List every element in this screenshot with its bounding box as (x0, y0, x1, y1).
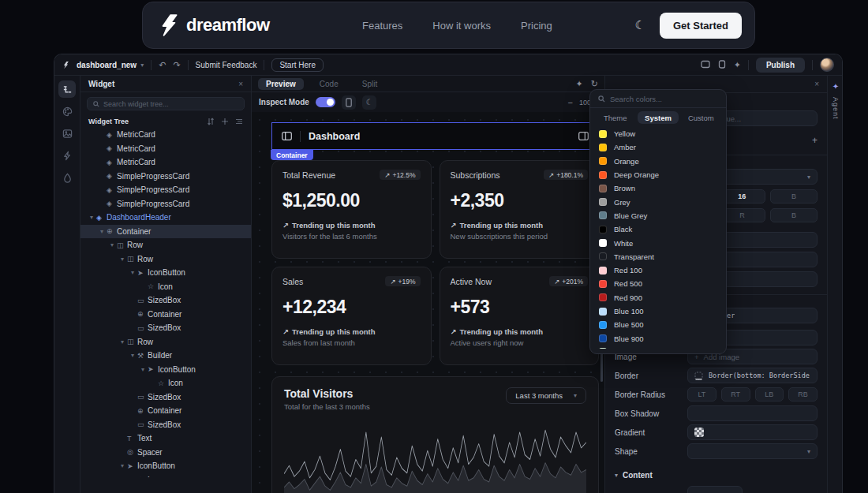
child-field[interactable] (687, 486, 743, 493)
tree-item[interactable]: ▾ ▭ SizedBox (80, 293, 251, 308)
tree-expand-chevron-icon[interactable]: ▾ (128, 269, 137, 276)
border-value-field[interactable]: Border(bottom: BorderSide (687, 368, 817, 383)
tree-item[interactable]: ▾ ◈ MetricCard (80, 128, 251, 142)
tree-expand-chevron-icon[interactable]: ▾ (138, 366, 148, 373)
tree-item[interactable]: ▾ ➤ IconButton (80, 266, 251, 280)
canvas-refresh-icon[interactable]: ↻ (591, 79, 598, 89)
metric-card[interactable]: Active Now ↗ +201% +573 ↗ Trending u (440, 267, 600, 365)
project-name-dropdown[interactable]: dashboard_new ▾ (77, 61, 144, 69)
tab-system[interactable]: System (638, 111, 678, 124)
content-section-header[interactable]: ▾ Content (615, 471, 817, 480)
tree-expand-chevron-icon[interactable]: ▾ (118, 338, 127, 345)
chart-range-dropdown[interactable]: Last 3 months ▾ (506, 387, 586, 404)
tree-item[interactable]: ▾ ◈ MetricCard (80, 142, 251, 156)
margin-bottom-input[interactable]: B (770, 208, 817, 222)
tree-item[interactable]: ▾ ▭ SizedBox (80, 390, 251, 405)
desktop-preview-icon[interactable] (701, 60, 710, 70)
publish-button[interactable]: Publish (756, 58, 805, 73)
expand-collapse-icon[interactable] (221, 118, 229, 125)
tab-code[interactable]: Code (312, 78, 346, 90)
tree-item[interactable]: ▾ ⚒ Builder (80, 349, 251, 363)
color-list-item[interactable]: Transparent (590, 250, 726, 263)
tree-item[interactable]: ▾ T Text (80, 431, 251, 446)
color-list-item[interactable]: Deep Orange (590, 168, 726, 181)
tree-item[interactable]: ▾ ➤ IconButton (80, 363, 251, 377)
color-list-item[interactable]: Yellow (590, 127, 726, 140)
tree-item[interactable]: ▾ ▭ SizedBox (80, 418, 251, 432)
tree-item[interactable]: ▾ ◫ Row (80, 238, 251, 252)
gradient-field[interactable] (687, 424, 817, 440)
zoom-out-icon[interactable]: − (568, 98, 573, 107)
widget-tree-search-input[interactable]: Search widget tree... (87, 97, 245, 110)
metric-card[interactable]: Subscriptions ↗ +180.1% +2,350 ↗ Tre (440, 160, 600, 259)
tree-item[interactable]: ▾ ▭ SizedBox (80, 321, 251, 335)
radius-rb-input[interactable]: RB (788, 387, 817, 401)
sidebar-toggle-icon[interactable] (282, 132, 292, 140)
color-list-item[interactable]: White (590, 236, 726, 249)
box-shadow-field[interactable] (687, 405, 817, 421)
tab-theme[interactable]: Theme (595, 111, 635, 124)
tree-item[interactable]: ▾ ☆ Icon (80, 280, 251, 294)
tree-item[interactable]: ▾ ◫ Row (80, 335, 251, 349)
tree-item[interactable]: ▾ ◈ SimpleProgressCard (80, 170, 251, 184)
tab-preview[interactable]: Preview (258, 78, 304, 90)
dark-mode-toggle-icon[interactable]: ☾ (634, 18, 645, 32)
color-list-item[interactable]: Amber (590, 140, 726, 154)
color-search-input[interactable]: Search colors... (590, 90, 726, 108)
undo-button[interactable]: ↶ (159, 60, 166, 70)
canvas-viewport[interactable]: Dashboard Container Total Reven (252, 112, 604, 493)
tree-expand-chevron-icon[interactable]: ▾ (128, 352, 137, 359)
actions-lightning-rail-icon[interactable] (58, 147, 76, 164)
tree-item[interactable]: ▾ ⊕ Container (80, 404, 251, 418)
color-list-item[interactable]: Orange (590, 155, 726, 168)
color-list-item[interactable]: Black (590, 222, 726, 236)
sort-icon[interactable] (207, 118, 215, 125)
add-property-icon[interactable]: + (812, 135, 817, 146)
tree-item[interactable]: ▾ ◎ Spacer (80, 446, 251, 460)
tab-custom[interactable]: Custom (681, 111, 721, 124)
color-list-item[interactable]: Green 100 (590, 345, 726, 349)
preview-dashboard-header[interactable]: Dashboard (271, 122, 599, 150)
tab-split[interactable]: Split (354, 78, 385, 90)
tree-options-icon[interactable] (235, 118, 243, 125)
widget-tree-rail-icon[interactable] (58, 80, 76, 98)
tree-item[interactable]: ▾ ◈ SimpleProgressCard (80, 183, 251, 197)
tree-item[interactable]: ▾ ⊕ Container (80, 308, 251, 322)
header-right-panel-icon[interactable] (578, 132, 589, 140)
tree-expand-chevron-icon[interactable]: ▾ (118, 256, 127, 263)
nav-link-pricing[interactable]: Pricing (521, 20, 552, 32)
user-avatar[interactable] (820, 58, 834, 72)
tree-item[interactable]: ▾ ☆ Icon (80, 376, 251, 390)
submit-feedback-button[interactable]: Submit Feedback (196, 61, 257, 69)
metric-card[interactable]: Total Revenue ↗ +12.5% $1,250.00 ↗ T (271, 160, 432, 259)
color-list-item[interactable]: Grey (590, 195, 726, 208)
tree-item[interactable]: ▾ ◈ SimpleProgressCard (80, 197, 251, 211)
tree-expand-chevron-icon[interactable]: ▾ (118, 462, 127, 469)
canvas-theme-moon-icon[interactable]: ☾ (362, 95, 376, 110)
color-list-item[interactable]: Brown (590, 181, 726, 195)
tree-item[interactable]: ▾ ⊕ Container (80, 225, 251, 239)
tree-item[interactable]: ▾ ☆ Icon (80, 473, 251, 478)
metric-card[interactable]: Sales ↗ +19% +12,234 ↗ Trending up t (271, 267, 432, 365)
tree-item[interactable]: ▾ ◈ DashboardHeader (80, 211, 251, 225)
color-list-item[interactable]: Blue 900 (590, 331, 726, 345)
tree-item[interactable]: ▾ ➤ IconButton (80, 459, 251, 473)
mobile-preview-icon[interactable] (717, 60, 727, 70)
color-list-item[interactable]: Blue 100 (590, 304, 726, 318)
nav-link-how-it-works[interactable]: How it works (432, 20, 491, 32)
get-started-button[interactable]: Get Started (660, 13, 742, 39)
tree-item[interactable]: ▾ ◈ MetricCard (80, 155, 251, 170)
radius-rt-input[interactable]: RT (721, 387, 750, 401)
tree-item[interactable]: ▾ ◫ Row (80, 252, 251, 267)
color-list-item[interactable]: Red 900 (590, 291, 726, 304)
tree-expand-chevron-icon[interactable]: ▾ (97, 228, 107, 235)
assets-image-rail-icon[interactable] (58, 125, 76, 142)
properties-panel-close-icon[interactable]: × (814, 80, 819, 88)
widget-panel-close-icon[interactable]: × (238, 80, 243, 88)
color-list-item[interactable]: Blue 500 (590, 318, 726, 331)
agent-sparkle-icon[interactable]: ✦ (832, 82, 839, 91)
theme-palette-rail-icon[interactable] (58, 103, 76, 120)
padding-bottom-input[interactable]: B (770, 189, 817, 204)
color-list-item[interactable]: Blue Grey (590, 209, 726, 222)
radius-lt-input[interactable]: LT (687, 387, 716, 401)
